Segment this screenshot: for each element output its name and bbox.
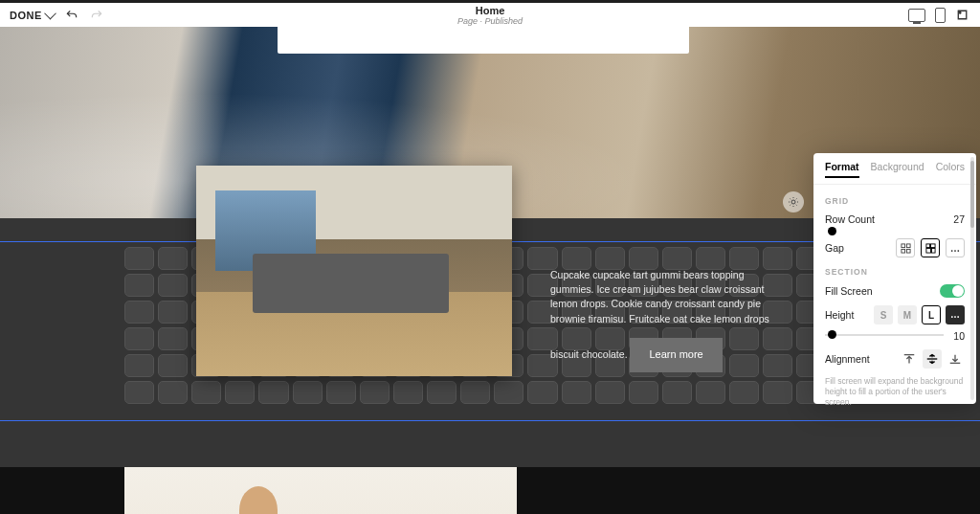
grid-heading: GRID	[825, 196, 965, 206]
done-label: DONE	[10, 10, 42, 21]
svg-rect-3	[906, 243, 910, 247]
height-more-button[interactable]	[946, 305, 965, 324]
alignment-label: Alignment	[825, 353, 870, 365]
svg-rect-2	[901, 243, 904, 247]
gap-label: Gap	[825, 242, 844, 254]
format-panel: Format Background Colors GRID Row Count …	[813, 153, 976, 404]
height-option-s[interactable]: S	[874, 305, 893, 324]
tag-icon[interactable]	[952, 4, 974, 26]
chevron-down-icon	[44, 8, 56, 20]
tab-format[interactable]: Format	[825, 161, 859, 178]
svg-rect-7	[930, 243, 935, 247]
gap-option-tight[interactable]	[921, 238, 940, 257]
gap-more-button[interactable]	[946, 238, 965, 257]
device-desktop-icon[interactable]	[908, 9, 925, 22]
svg-point-1	[791, 200, 795, 204]
height-option-m[interactable]: M	[898, 305, 917, 324]
style-chip-button[interactable]	[783, 191, 804, 212]
next-section-image[interactable]	[124, 467, 517, 514]
done-button[interactable]: DONE	[10, 10, 55, 21]
undo-button[interactable]	[64, 8, 79, 23]
fill-screen-toggle[interactable]	[940, 284, 965, 298]
gap-option-grid[interactable]	[896, 238, 915, 257]
learn-more-button[interactable]: Learn more	[630, 338, 722, 372]
hero-content-slot	[278, 27, 689, 54]
panel-tabs: Format Background Colors	[813, 161, 976, 185]
svg-rect-8	[925, 248, 930, 253]
align-bottom-button[interactable]	[946, 349, 965, 369]
editor-toolbar: DONE Home Page · Published	[0, 0, 980, 27]
svg-rect-6	[925, 243, 929, 247]
decorative-lamp	[239, 486, 278, 514]
panel-scrollbar[interactable]	[970, 157, 974, 400]
svg-rect-4	[901, 249, 904, 253]
page-title: Home	[0, 5, 980, 16]
height-value: 10	[953, 330, 965, 342]
section-heading: SECTION	[825, 267, 965, 277]
redo-button[interactable]	[89, 8, 104, 23]
tab-colors[interactable]: Colors	[936, 161, 965, 178]
align-middle-button[interactable]	[923, 349, 942, 369]
section-copy[interactable]: Cupcake cupcake tart gummi bears topping…	[550, 268, 775, 372]
device-mobile-icon[interactable]	[935, 8, 946, 23]
section-image[interactable]	[196, 166, 512, 376]
row-count-label: Row Count	[825, 213, 875, 225]
svg-rect-5	[906, 249, 910, 253]
height-slider[interactable]	[825, 334, 944, 336]
svg-rect-9	[931, 248, 935, 253]
height-option-l[interactable]: L	[922, 305, 941, 324]
page-status: Page · Published	[0, 16, 980, 26]
height-label: Height	[825, 309, 854, 321]
row-count-value: 27	[953, 213, 965, 225]
fill-screen-label: Fill Screen	[825, 285, 873, 297]
help-text: Fill screen will expand the background h…	[825, 376, 965, 408]
align-top-button[interactable]	[900, 349, 919, 369]
tab-background[interactable]: Background	[871, 161, 924, 178]
